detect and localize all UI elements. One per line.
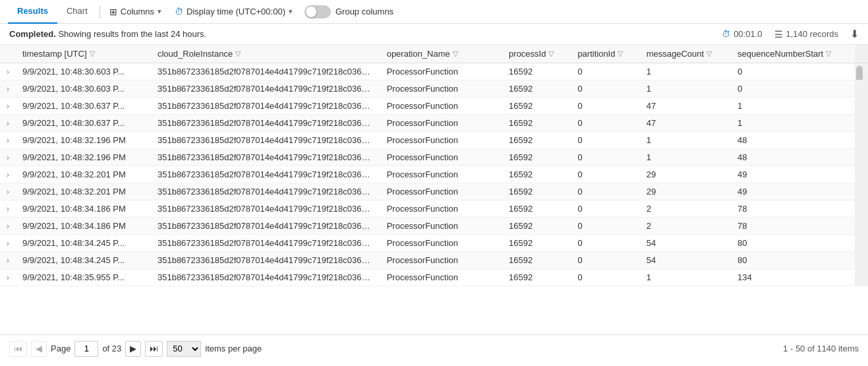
cell-messageCount: 47: [640, 98, 731, 115]
toolbar: Results Chart ⊞ Columns ▾ ⏱ Display time…: [0, 0, 868, 24]
cloud-role-filter-icon[interactable]: ▽: [235, 49, 241, 58]
message-count-filter-icon[interactable]: ▽: [707, 49, 712, 58]
cell-processId: 16592: [502, 63, 571, 80]
cell-messageCount: 1: [640, 63, 731, 80]
cell-cloud_RoleInstance: 351b8672336185d2f0787014e4d41799c719f218…: [151, 252, 380, 269]
expand-cell[interactable]: ›: [0, 200, 16, 218]
table-row[interactable]: ›9/9/2021, 10:48:34.186 PM351b8672336185…: [0, 200, 868, 218]
cell-messageCount: 2: [640, 200, 731, 218]
cell-operation_Name: ProcessorFunction: [380, 235, 502, 252]
th-process-id-label: processId: [509, 49, 546, 59]
sequence-num-filter-icon[interactable]: ▽: [826, 49, 831, 58]
cell-operation_Name: ProcessorFunction: [380, 252, 502, 269]
columns-btn-label: Columns: [121, 7, 154, 16]
time-chevron-icon: ▾: [289, 7, 293, 16]
last-page-button[interactable]: ⏭: [145, 341, 163, 357]
page-input[interactable]: [74, 341, 98, 357]
cell-partitionId: 0: [571, 269, 639, 286]
cell-partitionId: 0: [571, 115, 639, 132]
status-completed: Completed.: [9, 29, 56, 39]
cell-cloud_RoleInstance: 351b8672336185d2f0787014e4d41799c719f218…: [151, 269, 380, 286]
table-row[interactable]: ›9/9/2021, 10:48:34.186 PM351b8672336185…: [0, 218, 868, 235]
table-row[interactable]: ›9/9/2021, 10:48:34.245 P...351b86723361…: [0, 252, 868, 269]
table-row[interactable]: ›9/9/2021, 10:48:30.603 P...351b86723361…: [0, 63, 868, 80]
expand-cell[interactable]: ›: [0, 235, 16, 252]
th-message-count-label: messageCount: [647, 49, 704, 59]
cell-messageCount: 47: [640, 115, 731, 132]
status-right: ⏱ 00:01.0 ☰ 1,140 records ⬇: [722, 28, 859, 40]
cell-timestamp: 9/9/2021, 10:48:30.603 P...: [16, 63, 151, 80]
clock-icon: ⏱: [175, 7, 183, 16]
per-page-select[interactable]: 50 100 200: [167, 341, 201, 357]
cell-partitionId: 0: [571, 98, 639, 115]
cell-processId: 16592: [502, 132, 571, 149]
expand-cell[interactable]: ›: [0, 269, 16, 286]
export-item[interactable]: ⬇: [850, 28, 859, 40]
cell-messageCount: 1: [640, 149, 731, 166]
scrollbar-cell: [855, 149, 868, 166]
cell-messageCount: 54: [640, 252, 731, 269]
expand-cell[interactable]: ›: [0, 132, 16, 149]
table-row[interactable]: ›9/9/2021, 10:48:32.196 PM351b8672336185…: [0, 149, 868, 166]
expand-cell[interactable]: ›: [0, 252, 16, 269]
footer: ⏮ ◀ Page of 23 ▶ ⏭ 50 100 200 items per …: [0, 334, 868, 362]
cell-sequenceNumberStart: 48: [731, 132, 855, 149]
cell-processId: 16592: [502, 200, 571, 218]
table-row[interactable]: ›9/9/2021, 10:48:34.245 P...351b86723361…: [0, 235, 868, 252]
th-timestamp-label: timestamp [UTC]: [22, 49, 87, 59]
tab-results[interactable]: Results: [8, 0, 57, 24]
toggle-knob: [306, 7, 316, 17]
timestamp-filter-icon[interactable]: ▽: [90, 49, 95, 58]
results-table: timestamp [UTC] ▽ cloud_RoleInstance ▽ o…: [0, 45, 868, 286]
prev-page-button[interactable]: ◀: [31, 341, 47, 357]
cell-messageCount: 2: [640, 218, 731, 235]
expand-cell[interactable]: ›: [0, 166, 16, 183]
cell-sequenceNumberStart: 78: [731, 200, 855, 218]
expand-cell[interactable]: ›: [0, 183, 16, 200]
tab-divider: [100, 5, 100, 18]
first-page-button[interactable]: ⏮: [9, 341, 27, 357]
expand-cell[interactable]: ›: [0, 218, 16, 235]
cell-operation_Name: ProcessorFunction: [380, 132, 502, 149]
cell-processId: 16592: [502, 183, 571, 200]
expand-cell[interactable]: ›: [0, 80, 16, 98]
duration-icon: ⏱: [722, 29, 730, 39]
next-page-button[interactable]: ▶: [125, 341, 141, 357]
cell-timestamp: 9/9/2021, 10:48:34.186 PM: [16, 200, 151, 218]
results-table-wrap: timestamp [UTC] ▽ cloud_RoleInstance ▽ o…: [0, 45, 868, 334]
cell-cloud_RoleInstance: 351b8672336185d2f0787014e4d41799c719f218…: [151, 80, 380, 98]
table-row[interactable]: ›9/9/2021, 10:48:30.603 P...351b86723361…: [0, 80, 868, 98]
tab-chart[interactable]: Chart: [57, 0, 97, 24]
expand-cell[interactable]: ›: [0, 115, 16, 132]
cell-timestamp: 9/9/2021, 10:48:30.637 P...: [16, 115, 151, 132]
cell-messageCount: 1: [640, 80, 731, 98]
table-row[interactable]: ›9/9/2021, 10:48:35.955 P...351b86723361…: [0, 269, 868, 286]
process-id-filter-icon[interactable]: ▽: [548, 49, 554, 58]
cell-operation_Name: ProcessorFunction: [380, 269, 502, 286]
display-time-label: Display time (UTC+00:00): [187, 7, 285, 16]
table-row[interactable]: ›9/9/2021, 10:48:30.637 P...351b86723361…: [0, 115, 868, 132]
page-of-label: of 23: [102, 344, 121, 353]
group-columns-toggle-wrap: Group columns: [304, 5, 393, 18]
display-time-button[interactable]: ⏱ Display time (UTC+00:00) ▾: [168, 3, 299, 21]
cell-processId: 16592: [502, 115, 571, 132]
expand-cell[interactable]: ›: [0, 149, 16, 166]
table-row[interactable]: ›9/9/2021, 10:48:30.637 P...351b86723361…: [0, 98, 868, 115]
cell-sequenceNumberStart: 49: [731, 166, 855, 183]
cell-processId: 16592: [502, 252, 571, 269]
scrollbar-cell: [855, 235, 868, 252]
expand-cell[interactable]: ›: [0, 63, 16, 80]
cell-processId: 16592: [502, 98, 571, 115]
operation-name-filter-icon[interactable]: ▽: [453, 49, 458, 58]
cell-cloud_RoleInstance: 351b8672336185d2f0787014e4d41799c719f218…: [151, 200, 380, 218]
table-row[interactable]: ›9/9/2021, 10:48:32.196 PM351b8672336185…: [0, 132, 868, 149]
partition-id-filter-icon[interactable]: ▽: [618, 49, 623, 58]
table-row[interactable]: ›9/9/2021, 10:48:32.201 PM351b8672336185…: [0, 183, 868, 200]
table-row[interactable]: ›9/9/2021, 10:48:32.201 PM351b8672336185…: [0, 166, 868, 183]
columns-button[interactable]: ⊞ Columns ▾: [103, 3, 168, 21]
items-per-page-label: items per page: [205, 344, 262, 353]
group-columns-toggle[interactable]: [304, 5, 331, 18]
expand-cell[interactable]: ›: [0, 98, 16, 115]
cell-sequenceNumberStart: 78: [731, 218, 855, 235]
cell-processId: 16592: [502, 166, 571, 183]
